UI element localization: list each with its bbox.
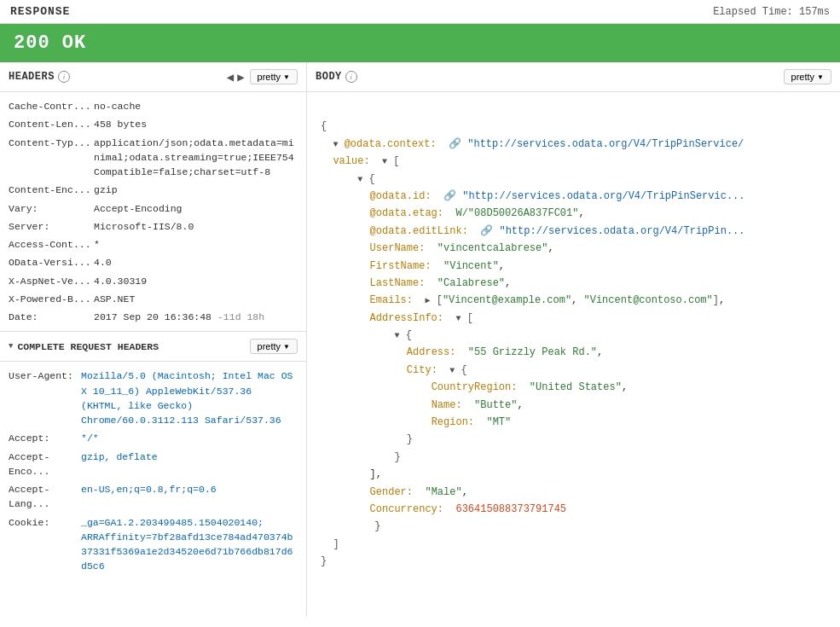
- complete-request-headers-title: COMPLETE REQUEST HEADERS: [17, 341, 159, 352]
- left-panel: HEADERS i ◀ ▶ pretty Cache-Contr... no-c…: [0, 62, 307, 617]
- table-row: Access-Cont... *: [9, 235, 298, 253]
- body-panel-header: BODY i pretty: [307, 62, 840, 92]
- city-toggle[interactable]: ▼: [449, 366, 455, 375]
- table-row: Content-Enc... gzip: [9, 181, 298, 199]
- table-row: OData-Versi... 4.0: [9, 253, 298, 271]
- headers-panel-header: HEADERS i ◀ ▶ pretty: [0, 62, 306, 92]
- country-region-value: "United States": [530, 381, 622, 393]
- body-title: BODY: [316, 71, 342, 83]
- req-headers-table: User-Agent: Mozilla/5.0 (Macintosh; Inte…: [0, 362, 306, 580]
- concurrency-value: 636415088373791745: [455, 503, 566, 515]
- table-row: Date: 2017 Sep 20 16:36:48 -11d 18h: [9, 308, 298, 326]
- headers-title: HEADERS: [9, 71, 55, 83]
- table-row: Cache-Contr... no-cache: [9, 97, 298, 115]
- complete-request-headers-section: ▼ COMPLETE REQUEST HEADERS pretty: [0, 331, 306, 362]
- table-row: User-Agent: Mozilla/5.0 (Macintosh; Inte…: [9, 367, 298, 429]
- editlink-url-link[interactable]: "http://services.odata.org/V4/TripPin...: [499, 225, 744, 237]
- table-row: Accept-Lang... en-US,en;q=0.8,fr;q=0.6: [9, 480, 298, 514]
- emails-toggle[interactable]: ▶: [425, 296, 430, 305]
- right-panel: BODY i pretty { ▼ @odata.context: 🔗 "htt…: [307, 62, 840, 617]
- address-value: "55 Grizzly Peak Rd.": [468, 346, 597, 358]
- item-toggle[interactable]: ▼: [357, 175, 362, 184]
- id-url-link[interactable]: "http://services.odata.org/V4/TripPinSer…: [462, 190, 744, 202]
- addressinfo-toggle[interactable]: ▼: [455, 314, 461, 323]
- firstname-value: "Vincent": [443, 260, 499, 272]
- req-headers-pretty-button[interactable]: pretty: [250, 339, 298, 354]
- address-obj-toggle[interactable]: ▼: [394, 331, 399, 340]
- table-row: Server: Microsoft-IIS/8.0: [9, 218, 298, 235]
- body-pretty-button[interactable]: pretty: [784, 69, 831, 84]
- context-toggle[interactable]: ▼: [333, 140, 338, 149]
- table-row: Accept: */*: [9, 429, 298, 447]
- status-code: 200 OK: [14, 32, 86, 54]
- nav-arrow-left[interactable]: ◀: [227, 70, 234, 84]
- table-row: Cookie: _ga=GA1.2.203499485.1504020140; …: [9, 514, 298, 576]
- table-row: Content-Typ... application/json;odata.me…: [9, 134, 298, 182]
- headers-info-icon: i: [58, 71, 70, 83]
- value-toggle[interactable]: ▼: [382, 157, 387, 166]
- region-value: "MT": [486, 416, 511, 428]
- status-bar: 200 OK: [0, 24, 840, 62]
- collapse-icon[interactable]: ▼: [9, 342, 13, 351]
- table-row: Accept-Enco... gzip, deflate: [9, 448, 298, 481]
- elapsed-time: Elapsed Time: 157ms: [713, 6, 830, 18]
- city-name-value: "Butte": [474, 399, 517, 411]
- context-url-link[interactable]: "http://services.odata.org/V4/TripPinSer…: [467, 138, 744, 150]
- body-info-icon: i: [345, 71, 357, 83]
- table-row: Content-Len... 458 bytes: [9, 115, 298, 133]
- table-row: Vary: Accept-Encoding: [9, 200, 298, 218]
- etag-value: W/"08D50026A837FC01": [455, 207, 578, 219]
- table-row: X-Powered-B... ASP.NET: [9, 290, 298, 308]
- headers-pretty-button[interactable]: pretty: [250, 69, 298, 84]
- nav-arrow-right[interactable]: ▶: [237, 70, 244, 84]
- gender-value: "Male": [425, 486, 461, 498]
- headers-table: Cache-Contr... no-cache Content-Len... 4…: [0, 92, 306, 331]
- username-value: "vincentcalabrese": [437, 242, 548, 254]
- table-row: X-AspNet-Ve... 4.0.30319: [9, 272, 298, 290]
- json-body: { ▼ @odata.context: 🔗 "http://services.o…: [307, 92, 840, 596]
- response-title: RESPONSE: [10, 5, 70, 18]
- lastname-value: "Calabrese": [437, 277, 505, 289]
